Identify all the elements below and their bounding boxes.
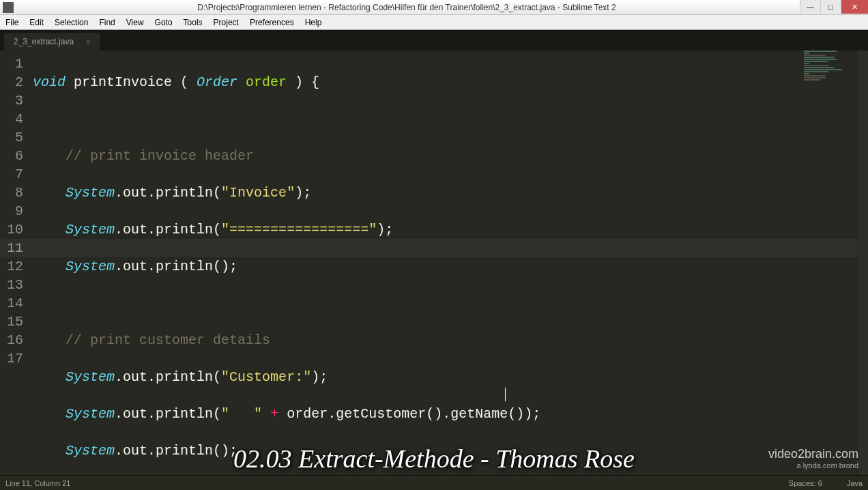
line-number: 2 [0, 73, 23, 91]
code-line: System.out.println("Invoice"); [33, 184, 868, 202]
tab-bar: 2_3_extract.java × [0, 30, 868, 51]
line-number: 17 [0, 349, 23, 368]
code-line: System.out.println(); [33, 257, 868, 276]
code-line: void printInvoice ( Order order ) { [33, 73, 868, 91]
window-title: D:\Projects\Programmieren lernen - Refac… [14, 3, 800, 12]
gutter: 1 2 3 4 5 6 7 8 9 10 11 12 13 14 15 16 1… [0, 51, 33, 475]
line-number: 6 [0, 147, 23, 165]
app-icon [3, 2, 14, 13]
line-number: 8 [0, 184, 23, 202]
menu-bar: File Edit Selection Find View Goto Tools… [0, 15, 868, 30]
menu-selection[interactable]: Selection [49, 16, 93, 29]
line-number: 10 [0, 220, 23, 239]
close-button[interactable]: ✕ [841, 0, 868, 14]
current-line-highlight [0, 239, 868, 257]
code-line: System.out.println(); [33, 442, 868, 460]
tab-label: 2_3_extract.java [14, 37, 74, 46]
minimap[interactable] [804, 51, 858, 91]
menu-project[interactable]: Project [208, 16, 244, 29]
line-number: 5 [0, 128, 23, 147]
tab-file[interactable]: 2_3_extract.java × [4, 33, 100, 51]
menu-preferences[interactable]: Preferences [244, 16, 300, 29]
line-number: 3 [0, 91, 23, 110]
line-number: 15 [0, 313, 23, 331]
code-line: System.out.println(" " + order.getCustom… [33, 405, 868, 423]
menu-help[interactable]: Help [300, 16, 328, 29]
menu-tools[interactable]: Tools [178, 16, 208, 29]
menu-view[interactable]: View [121, 16, 149, 29]
code-line: System.out.println("================="); [33, 220, 868, 239]
vertical-scrollbar[interactable] [858, 51, 868, 475]
code-line: // print invoice header [33, 147, 868, 165]
code-line: // print customer details [33, 331, 868, 349]
window-titlebar: D:\Projects\Programmieren lernen - Refac… [0, 0, 868, 15]
line-number: 9 [0, 202, 23, 220]
window-controls: — □ ✕ [800, 0, 868, 14]
tab-close-icon[interactable]: × [86, 38, 90, 46]
line-number: 12 [0, 257, 23, 276]
line-number: 14 [0, 294, 23, 313]
maximize-button[interactable]: □ [820, 0, 841, 14]
line-number: 16 [0, 331, 23, 349]
menu-find[interactable]: Find [93, 16, 120, 29]
menu-edit[interactable]: Edit [24, 16, 49, 29]
menu-file[interactable]: File [0, 16, 24, 29]
code-line [33, 294, 868, 313]
code-line: System.out.println("Customer:"); [33, 368, 868, 386]
text-cursor-icon [505, 388, 506, 401]
minimize-button[interactable]: — [800, 0, 820, 14]
code-line [33, 110, 868, 128]
menu-goto[interactable]: Goto [149, 16, 178, 29]
line-number: 4 [0, 110, 23, 128]
line-number: 1 [0, 55, 23, 73]
code-content[interactable]: void printInvoice ( Order order ) { // p… [33, 51, 868, 475]
editor-area[interactable]: 1 2 3 4 5 6 7 8 9 10 11 12 13 14 15 16 1… [0, 51, 868, 475]
line-number: 13 [0, 276, 23, 294]
code-line [33, 478, 868, 490]
line-number: 7 [0, 165, 23, 184]
